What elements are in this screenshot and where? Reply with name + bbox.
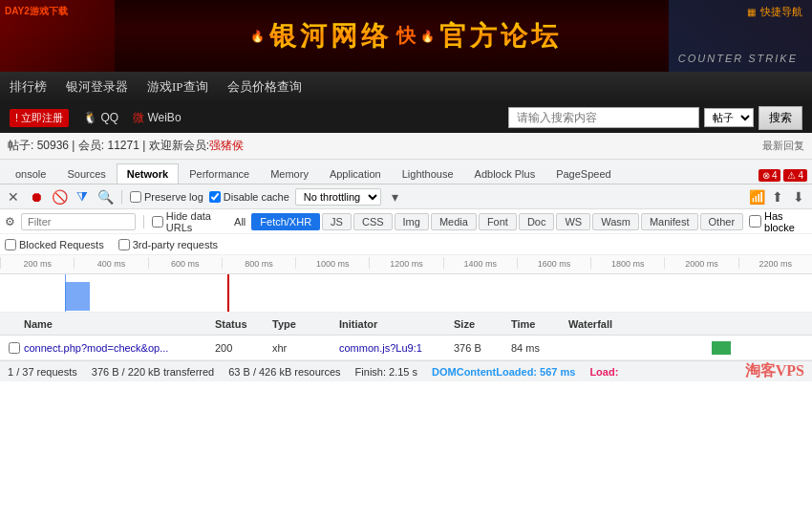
col-name-header: Name (24, 318, 215, 330)
third-party-checkbox[interactable]: 3rd-party requests (118, 239, 218, 250)
tick-1200: 1200 ms (369, 257, 442, 269)
filter-manifest[interactable]: Manifest (641, 213, 698, 230)
disable-cache-checkbox[interactable]: Disable cache (209, 191, 289, 203)
cell-initiator[interactable]: common.js?Lu9:1 (339, 342, 454, 354)
blocked-requests-checkbox[interactable]: Blocked Requests (5, 239, 104, 250)
latest-reply[interactable]: 最新回复 (762, 139, 804, 153)
hide-data-urls-checkbox[interactable]: Hide data URLs (152, 210, 228, 233)
has-blocked-checkbox[interactable]: Has blocke (749, 210, 807, 233)
tick-200: 200 ms (0, 257, 74, 269)
row-checkbox[interactable] (9, 342, 20, 354)
requests-stat: 1 / 37 requests (8, 366, 77, 378)
tick-400: 400 ms (74, 257, 147, 269)
throttle-down-icon[interactable]: ▾ (387, 189, 404, 205)
tab-adblock[interactable]: Adblock Plus (464, 163, 546, 184)
cell-name: connect.php?mod=check&op... (24, 342, 215, 354)
hide-data-urls-input[interactable] (152, 216, 163, 228)
welcome-bar: 帖子: 50936 | 会员: 11271 | 欢迎新会员: 强猪侯 最新回复 (0, 133, 812, 160)
search-icon[interactable]: 🔍 (96, 189, 114, 205)
badge-warning-count: ⚠ 4 (783, 169, 807, 182)
qq-link[interactable]: 🐧 QQ (83, 111, 118, 124)
nav-item-ip[interactable]: 游戏IP查询 (147, 78, 208, 96)
header-title-area: 🔥 银河网络 快 🔥 官方论坛 (250, 18, 562, 54)
filter-fetch-xhr[interactable]: Fetch/XHR (251, 213, 320, 230)
col-initiator-header: Initiator (339, 318, 454, 330)
quick-nav-area[interactable]: ▦ 快捷导航 (747, 5, 802, 19)
qq-label: QQ (100, 111, 118, 124)
filter-ws[interactable]: WS (556, 213, 590, 230)
col-status-header: Status (215, 318, 272, 330)
preserve-log-checkbox[interactable]: Preserve log (130, 191, 203, 203)
tick-1000: 1000 ms (295, 257, 369, 269)
tab-pagespeed[interactable]: PageSpeed (545, 163, 622, 184)
timeline-red-marker (227, 274, 229, 313)
filter-media[interactable]: Media (431, 213, 477, 230)
throttle-select[interactable]: No throttling (295, 188, 381, 206)
register-button[interactable]: ! 立即注册 (10, 109, 69, 127)
settings-icon[interactable]: ⚙ (5, 215, 15, 228)
all-label: All (234, 216, 246, 228)
download-icon[interactable]: ⬇ (790, 189, 807, 205)
tick-1800: 1800 ms (590, 257, 664, 269)
tab-sources[interactable]: Sources (56, 163, 116, 184)
search-area: 帖子 搜索 (508, 106, 802, 130)
filter-doc[interactable]: Doc (519, 213, 555, 230)
filter-wasm[interactable]: Wasm (592, 213, 639, 230)
weibo-link[interactable]: 微 WeiBo (133, 110, 181, 126)
row-checkbox-cell[interactable] (5, 342, 24, 354)
watermark: 淘客VPS (745, 361, 804, 381)
tick-1400: 1400 ms (443, 257, 517, 269)
search-input[interactable] (508, 107, 699, 128)
table-row[interactable]: connect.php?mod=check&op... 200 xhr comm… (0, 336, 812, 360)
tab-performance[interactable]: Performance (179, 163, 260, 184)
filter-other[interactable]: Other (700, 213, 744, 230)
header-left-link[interactable]: DAY2游戏下载 (5, 5, 68, 18)
cell-type: xhr (272, 342, 339, 354)
domcontent-stat: DOMContentLoaded: 567 ms (432, 366, 575, 378)
cell-status: 200 (215, 342, 272, 354)
timeline-graph[interactable] (0, 274, 812, 313)
third-party-input[interactable] (118, 239, 130, 250)
filter-font[interactable]: Font (479, 213, 517, 230)
devtools-tabs: onsole Sources Network Performance Memor… (0, 160, 812, 185)
has-blocked-input[interactable] (749, 215, 761, 228)
tab-console[interactable]: onsole (5, 163, 56, 184)
devtools-toolbar: ✕ ⏺ 🚫 ⧩ 🔍 Preserve log Disable cache No … (0, 185, 812, 209)
preserve-log-input[interactable] (130, 191, 141, 203)
search-type-select[interactable]: 帖子 (704, 108, 754, 127)
waterfall-bar (712, 341, 731, 355)
tab-network[interactable]: Network (117, 163, 179, 184)
tab-lighthouse[interactable]: Lighthouse (392, 163, 464, 184)
record-icon[interactable]: ⏺ (28, 189, 45, 205)
error-count: 4 (772, 170, 778, 181)
error-circle-icon: ⊗ (762, 170, 770, 181)
new-member-link[interactable]: 强猪侯 (209, 138, 244, 154)
clear-icon[interactable]: 🚫 (51, 189, 68, 205)
search-button[interactable]: 搜索 (759, 106, 802, 130)
wifi-icon[interactable]: 📶 (748, 189, 765, 205)
flame-left-icon: 🔥 (250, 30, 265, 43)
tick-2000: 2000 ms (664, 257, 737, 269)
nav-item-login[interactable]: 银河登录器 (66, 78, 128, 96)
upload-icon[interactable]: ⬆ (769, 189, 786, 205)
filter-input[interactable] (21, 213, 136, 230)
disable-cache-input[interactable] (209, 191, 221, 203)
timeline-area: 200 ms 400 ms 600 ms 800 ms 1000 ms 1200… (0, 255, 812, 313)
nav-item-ranking[interactable]: 排行榜 (10, 78, 47, 96)
close-icon[interactable]: ✕ (5, 189, 22, 205)
filter-img[interactable]: Img (395, 213, 429, 230)
col-time-header: Time (511, 318, 568, 330)
welcome-stats: 帖子: 50936 | 会员: 11271 | 欢迎新会员: (8, 138, 209, 154)
filter-css[interactable]: CSS (353, 213, 393, 230)
header-title-game: 快 (396, 23, 416, 49)
header-banner: DAY2游戏下载 🔥 银河网络 快 🔥 官方论坛 ▦ 快捷导航 COUNTER … (0, 0, 812, 72)
tab-memory[interactable]: Memory (260, 163, 319, 184)
warning-count: 4 (798, 170, 803, 181)
tab-application[interactable]: Application (319, 163, 392, 184)
blocked-requests-input[interactable] (5, 239, 16, 250)
table-header: Name Status Type Initiator Size Time Wat… (0, 313, 812, 336)
nav-item-vip[interactable]: 会员价格查询 (227, 78, 302, 96)
filter-icon[interactable]: ⧩ (74, 188, 91, 205)
cell-time: 84 ms (511, 342, 568, 354)
filter-js[interactable]: JS (322, 213, 352, 230)
